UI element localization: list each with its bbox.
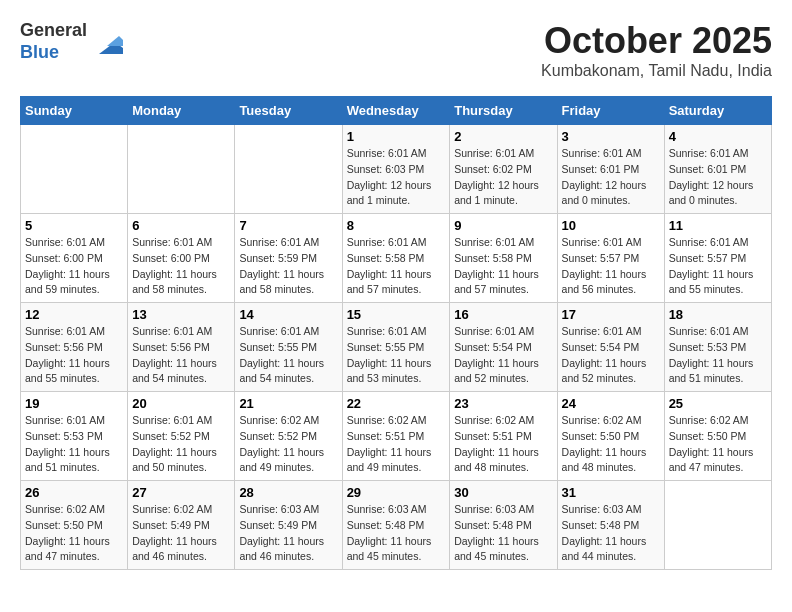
calendar-cell: 23 Sunrise: 6:02 AMSunset: 5:51 PMDaylig… bbox=[450, 392, 557, 481]
day-number: 24 bbox=[562, 396, 660, 411]
calendar-cell bbox=[128, 125, 235, 214]
day-info: Sunrise: 6:03 AMSunset: 5:48 PMDaylight:… bbox=[347, 503, 432, 562]
day-info: Sunrise: 6:01 AMSunset: 6:01 PMDaylight:… bbox=[562, 147, 647, 206]
day-info: Sunrise: 6:02 AMSunset: 5:52 PMDaylight:… bbox=[239, 414, 324, 473]
logo-text: General Blue bbox=[20, 20, 123, 63]
weekday-header-tuesday: Tuesday bbox=[235, 97, 342, 125]
calendar-week-1: 1 Sunrise: 6:01 AMSunset: 6:03 PMDayligh… bbox=[21, 125, 772, 214]
day-number: 8 bbox=[347, 218, 446, 233]
day-number: 6 bbox=[132, 218, 230, 233]
day-info: Sunrise: 6:03 AMSunset: 5:48 PMDaylight:… bbox=[454, 503, 539, 562]
calendar-cell bbox=[21, 125, 128, 214]
day-info: Sunrise: 6:02 AMSunset: 5:50 PMDaylight:… bbox=[562, 414, 647, 473]
calendar-cell: 13 Sunrise: 6:01 AMSunset: 5:56 PMDaylig… bbox=[128, 303, 235, 392]
day-info: Sunrise: 6:01 AMSunset: 5:53 PMDaylight:… bbox=[25, 414, 110, 473]
day-info: Sunrise: 6:01 AMSunset: 6:03 PMDaylight:… bbox=[347, 147, 432, 206]
day-info: Sunrise: 6:02 AMSunset: 5:50 PMDaylight:… bbox=[25, 503, 110, 562]
day-number: 5 bbox=[25, 218, 123, 233]
day-info: Sunrise: 6:01 AMSunset: 5:56 PMDaylight:… bbox=[132, 325, 217, 384]
weekday-header-row: SundayMondayTuesdayWednesdayThursdayFrid… bbox=[21, 97, 772, 125]
day-number: 22 bbox=[347, 396, 446, 411]
day-info: Sunrise: 6:01 AMSunset: 6:02 PMDaylight:… bbox=[454, 147, 539, 206]
calendar-cell: 9 Sunrise: 6:01 AMSunset: 5:58 PMDayligh… bbox=[450, 214, 557, 303]
calendar-cell: 5 Sunrise: 6:01 AMSunset: 6:00 PMDayligh… bbox=[21, 214, 128, 303]
day-info: Sunrise: 6:02 AMSunset: 5:50 PMDaylight:… bbox=[669, 414, 754, 473]
weekday-header-wednesday: Wednesday bbox=[342, 97, 450, 125]
day-info: Sunrise: 6:01 AMSunset: 5:58 PMDaylight:… bbox=[454, 236, 539, 295]
day-info: Sunrise: 6:01 AMSunset: 6:01 PMDaylight:… bbox=[669, 147, 754, 206]
day-info: Sunrise: 6:01 AMSunset: 5:58 PMDaylight:… bbox=[347, 236, 432, 295]
calendar-cell: 18 Sunrise: 6:01 AMSunset: 5:53 PMDaylig… bbox=[664, 303, 771, 392]
weekday-header-thursday: Thursday bbox=[450, 97, 557, 125]
calendar-cell: 22 Sunrise: 6:02 AMSunset: 5:51 PMDaylig… bbox=[342, 392, 450, 481]
day-number: 13 bbox=[132, 307, 230, 322]
day-number: 29 bbox=[347, 485, 446, 500]
day-number: 9 bbox=[454, 218, 552, 233]
calendar-cell: 16 Sunrise: 6:01 AMSunset: 5:54 PMDaylig… bbox=[450, 303, 557, 392]
calendar-cell: 24 Sunrise: 6:02 AMSunset: 5:50 PMDaylig… bbox=[557, 392, 664, 481]
calendar-week-4: 19 Sunrise: 6:01 AMSunset: 5:53 PMDaylig… bbox=[21, 392, 772, 481]
calendar-cell: 12 Sunrise: 6:01 AMSunset: 5:56 PMDaylig… bbox=[21, 303, 128, 392]
day-info: Sunrise: 6:02 AMSunset: 5:51 PMDaylight:… bbox=[454, 414, 539, 473]
day-number: 26 bbox=[25, 485, 123, 500]
day-number: 25 bbox=[669, 396, 767, 411]
calendar-cell: 2 Sunrise: 6:01 AMSunset: 6:02 PMDayligh… bbox=[450, 125, 557, 214]
calendar-cell: 4 Sunrise: 6:01 AMSunset: 6:01 PMDayligh… bbox=[664, 125, 771, 214]
day-number: 16 bbox=[454, 307, 552, 322]
day-number: 28 bbox=[239, 485, 337, 500]
day-info: Sunrise: 6:01 AMSunset: 5:53 PMDaylight:… bbox=[669, 325, 754, 384]
day-number: 23 bbox=[454, 396, 552, 411]
day-info: Sunrise: 6:02 AMSunset: 5:49 PMDaylight:… bbox=[132, 503, 217, 562]
calendar-cell: 20 Sunrise: 6:01 AMSunset: 5:52 PMDaylig… bbox=[128, 392, 235, 481]
calendar-cell: 29 Sunrise: 6:03 AMSunset: 5:48 PMDaylig… bbox=[342, 481, 450, 570]
day-info: Sunrise: 6:01 AMSunset: 5:54 PMDaylight:… bbox=[454, 325, 539, 384]
day-number: 2 bbox=[454, 129, 552, 144]
day-number: 12 bbox=[25, 307, 123, 322]
calendar-week-3: 12 Sunrise: 6:01 AMSunset: 5:56 PMDaylig… bbox=[21, 303, 772, 392]
day-number: 7 bbox=[239, 218, 337, 233]
calendar-cell: 6 Sunrise: 6:01 AMSunset: 6:00 PMDayligh… bbox=[128, 214, 235, 303]
day-number: 31 bbox=[562, 485, 660, 500]
calendar-cell: 27 Sunrise: 6:02 AMSunset: 5:49 PMDaylig… bbox=[128, 481, 235, 570]
day-number: 4 bbox=[669, 129, 767, 144]
calendar-cell: 21 Sunrise: 6:02 AMSunset: 5:52 PMDaylig… bbox=[235, 392, 342, 481]
calendar-cell: 26 Sunrise: 6:02 AMSunset: 5:50 PMDaylig… bbox=[21, 481, 128, 570]
calendar-table: SundayMondayTuesdayWednesdayThursdayFrid… bbox=[20, 96, 772, 570]
day-number: 15 bbox=[347, 307, 446, 322]
day-info: Sunrise: 6:03 AMSunset: 5:48 PMDaylight:… bbox=[562, 503, 647, 562]
day-number: 3 bbox=[562, 129, 660, 144]
day-info: Sunrise: 6:01 AMSunset: 5:57 PMDaylight:… bbox=[562, 236, 647, 295]
day-info: Sunrise: 6:01 AMSunset: 6:00 PMDaylight:… bbox=[132, 236, 217, 295]
calendar-cell: 10 Sunrise: 6:01 AMSunset: 5:57 PMDaylig… bbox=[557, 214, 664, 303]
logo-blue: Blue bbox=[20, 42, 87, 64]
calendar-cell bbox=[664, 481, 771, 570]
page-header: General Blue October 2025 Kumbakonam, Ta… bbox=[20, 20, 772, 80]
day-number: 10 bbox=[562, 218, 660, 233]
day-info: Sunrise: 6:01 AMSunset: 5:55 PMDaylight:… bbox=[347, 325, 432, 384]
weekday-header-monday: Monday bbox=[128, 97, 235, 125]
calendar-cell: 25 Sunrise: 6:02 AMSunset: 5:50 PMDaylig… bbox=[664, 392, 771, 481]
weekday-header-saturday: Saturday bbox=[664, 97, 771, 125]
day-info: Sunrise: 6:01 AMSunset: 5:54 PMDaylight:… bbox=[562, 325, 647, 384]
day-info: Sunrise: 6:03 AMSunset: 5:49 PMDaylight:… bbox=[239, 503, 324, 562]
weekday-header-friday: Friday bbox=[557, 97, 664, 125]
logo-general: General bbox=[20, 20, 87, 42]
calendar-cell: 3 Sunrise: 6:01 AMSunset: 6:01 PMDayligh… bbox=[557, 125, 664, 214]
calendar-cell: 11 Sunrise: 6:01 AMSunset: 5:57 PMDaylig… bbox=[664, 214, 771, 303]
day-number: 1 bbox=[347, 129, 446, 144]
calendar-cell: 7 Sunrise: 6:01 AMSunset: 5:59 PMDayligh… bbox=[235, 214, 342, 303]
day-info: Sunrise: 6:01 AMSunset: 6:00 PMDaylight:… bbox=[25, 236, 110, 295]
day-number: 20 bbox=[132, 396, 230, 411]
day-number: 27 bbox=[132, 485, 230, 500]
calendar-cell: 1 Sunrise: 6:01 AMSunset: 6:03 PMDayligh… bbox=[342, 125, 450, 214]
day-number: 21 bbox=[239, 396, 337, 411]
day-info: Sunrise: 6:01 AMSunset: 5:56 PMDaylight:… bbox=[25, 325, 110, 384]
calendar-cell bbox=[235, 125, 342, 214]
calendar-cell: 17 Sunrise: 6:01 AMSunset: 5:54 PMDaylig… bbox=[557, 303, 664, 392]
month-title: October 2025 bbox=[541, 20, 772, 62]
weekday-header-sunday: Sunday bbox=[21, 97, 128, 125]
logo-icon bbox=[91, 26, 123, 58]
day-info: Sunrise: 6:01 AMSunset: 5:59 PMDaylight:… bbox=[239, 236, 324, 295]
day-number: 14 bbox=[239, 307, 337, 322]
calendar-body: 1 Sunrise: 6:01 AMSunset: 6:03 PMDayligh… bbox=[21, 125, 772, 570]
